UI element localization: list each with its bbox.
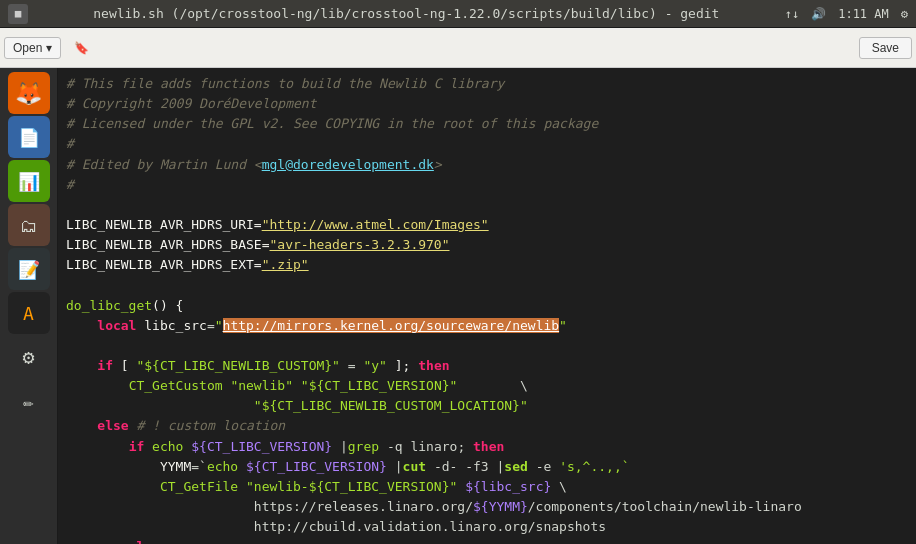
save-button[interactable]: Save xyxy=(859,37,912,59)
window-icon: ■ xyxy=(8,4,28,24)
settings-icon: ⚙ xyxy=(901,7,908,21)
amazon-icon: A xyxy=(23,303,34,324)
sidebar-item-document[interactable]: 📄 xyxy=(8,116,50,158)
sidebar-item-pen[interactable]: ✏️ xyxy=(8,380,50,422)
sidebar-item-firefox[interactable]: 🦊 xyxy=(8,72,50,114)
toolbar: Open ▾ 🔖 Save xyxy=(0,28,916,68)
open-button[interactable]: Open ▾ xyxy=(4,37,61,59)
spreadsheet-icon: 📊 xyxy=(18,171,40,192)
main-layout: 🦊 📄 📊 🗂 📝 A ⚙ ✏️ # This file adds functi… xyxy=(0,68,916,544)
titlebar: ■ newlib.sh (/opt/crosstool-ng/lib/cross… xyxy=(0,0,916,28)
document-icon: 📄 xyxy=(18,127,40,148)
sidebar-item-texteditor[interactable]: 📝 xyxy=(8,248,50,290)
pen-icon: ✏️ xyxy=(23,391,34,412)
volume-icon: 🔊 xyxy=(811,7,826,21)
files-icon: 🗂 xyxy=(20,215,38,236)
bookmark-icon: 🔖 xyxy=(74,41,89,55)
time-display: 1:11 AM xyxy=(838,7,889,21)
open-label: Open xyxy=(13,41,42,55)
sidebar-item-files[interactable]: 🗂 xyxy=(8,204,50,246)
texteditor-icon: 📝 xyxy=(18,259,40,280)
network-icon: ↑↓ xyxy=(785,7,799,21)
bookmark-button[interactable]: 🔖 xyxy=(65,37,98,59)
sidebar: 🦊 📄 📊 🗂 📝 A ⚙ ✏️ xyxy=(0,68,58,544)
titlebar-controls: ↑↓ 🔊 1:11 AM ⚙ xyxy=(785,7,908,21)
dropdown-arrow: ▾ xyxy=(46,41,52,55)
settings-gear-icon: ⚙ xyxy=(22,345,34,369)
firefox-icon: 🦊 xyxy=(15,81,42,106)
titlebar-title: newlib.sh (/opt/crosstool-ng/lib/crossto… xyxy=(93,6,719,21)
sidebar-item-amazon[interactable]: A xyxy=(8,292,50,334)
editor[interactable]: # This file adds functions to build the … xyxy=(58,68,916,544)
sidebar-item-settings[interactable]: ⚙ xyxy=(8,336,50,378)
sidebar-item-spreadsheet[interactable]: 📊 xyxy=(8,160,50,202)
code-content: # This file adds functions to build the … xyxy=(58,68,916,544)
